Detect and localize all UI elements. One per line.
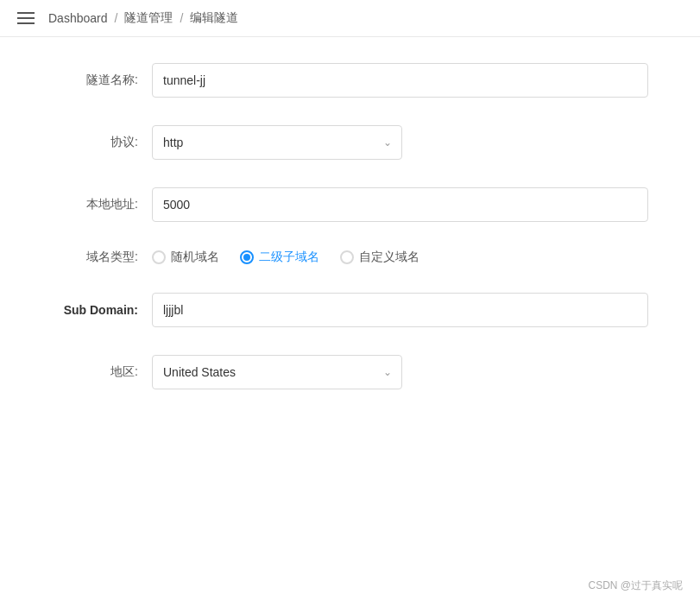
main-content: 隧道名称: 协议: http https tcp udp ⌄ 本地地址: 域名类… — [0, 37, 700, 443]
header: Dashboard / 隧道管理 / 编辑隧道 — [0, 0, 700, 37]
tunnel-name-input[interactable] — [152, 63, 648, 98]
sub-domain-row: Sub Domain: — [52, 293, 648, 327]
sub-domain-input[interactable] — [152, 293, 648, 327]
region-row: 地区: United States China Europe Asia ⌄ — [52, 355, 648, 389]
breadcrumb-current: 编辑隧道 — [190, 10, 238, 26]
menu-icon[interactable] — [17, 12, 35, 24]
protocol-row: 协议: http https tcp udp ⌄ — [52, 125, 648, 160]
protocol-select[interactable]: http https tcp udp — [152, 125, 402, 160]
breadcrumb: Dashboard / 隧道管理 / 编辑隧道 — [48, 10, 238, 26]
breadcrumb-sep-2: / — [180, 11, 183, 25]
sub-domain-label: Sub Domain: — [52, 303, 138, 317]
domain-type-label: 域名类型: — [52, 250, 138, 265]
domain-type-radio-group: 随机域名 二级子域名 自定义域名 — [152, 250, 419, 265]
radio-custom-label: 自定义域名 — [359, 250, 419, 265]
region-select-wrapper: United States China Europe Asia ⌄ — [152, 355, 402, 389]
region-label: 地区: — [52, 364, 138, 380]
radio-custom[interactable]: 自定义域名 — [340, 250, 419, 265]
radio-custom-circle — [340, 250, 354, 264]
local-address-label: 本地地址: — [52, 197, 138, 212]
domain-type-row: 域名类型: 随机域名 二级子域名 自定义域名 — [52, 250, 648, 265]
local-address-input[interactable] — [152, 187, 648, 222]
radio-random-circle — [152, 250, 166, 264]
radio-random-label: 随机域名 — [171, 250, 219, 265]
radio-subdomain-circle — [240, 250, 254, 264]
radio-random[interactable]: 随机域名 — [152, 250, 219, 265]
breadcrumb-section[interactable]: 隧道管理 — [124, 10, 173, 26]
tunnel-name-label: 隧道名称: — [52, 73, 138, 88]
protocol-select-wrapper: http https tcp udp ⌄ — [152, 125, 402, 160]
breadcrumb-sep-1: / — [115, 11, 118, 25]
radio-subdomain-label: 二级子域名 — [259, 250, 319, 265]
breadcrumb-home[interactable]: Dashboard — [48, 11, 108, 25]
protocol-label: 协议: — [52, 135, 138, 150]
tunnel-name-row: 隧道名称: — [52, 63, 648, 98]
watermark: CSDN @过于真实呢 — [588, 579, 683, 593]
local-address-row: 本地地址: — [52, 187, 648, 222]
region-select[interactable]: United States China Europe Asia — [152, 355, 402, 389]
radio-subdomain[interactable]: 二级子域名 — [240, 250, 319, 265]
